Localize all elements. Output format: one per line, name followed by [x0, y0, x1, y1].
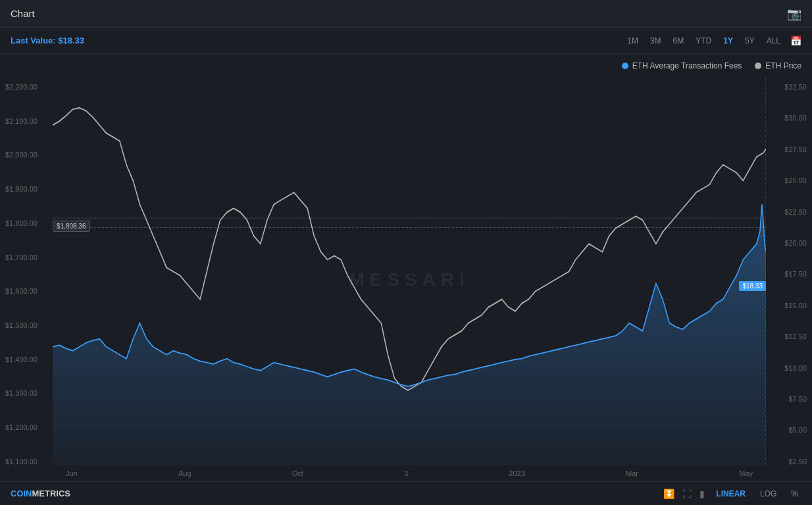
line-chart-icon[interactable]: ⏬: [663, 489, 674, 499]
percent-button[interactable]: %: [788, 488, 801, 500]
x-label-oct: Oct: [292, 469, 303, 477]
brand-suffix: METRICS: [32, 489, 71, 498]
y-left-6: $1,600.00: [5, 287, 47, 295]
legend-item-fees: ETH Average Transaction Fees: [622, 61, 742, 70]
legend-item-price: ETH Price: [755, 61, 801, 70]
time-btn-3m[interactable]: 3M: [646, 34, 666, 47]
x-label-may: May: [739, 469, 753, 477]
y-right-11: $5.00: [771, 426, 807, 434]
calendar-icon[interactable]: 📅: [790, 36, 801, 46]
chart-svg: [53, 78, 766, 465]
y-left-2: $2,000.00: [5, 151, 47, 159]
y-right-3: $25.00: [771, 176, 807, 184]
x-label-mar: Mar: [626, 469, 638, 477]
camera-icon[interactable]: 📷: [787, 7, 801, 21]
log-button[interactable]: LOG: [757, 488, 780, 500]
x-label-2023: 2023: [509, 469, 524, 477]
y-right-8: $12.50: [771, 332, 807, 340]
y-left-4: $1,800.00: [5, 219, 47, 227]
legend-label-price: ETH Price: [765, 61, 801, 70]
y-left-1: $2,100.00: [5, 117, 47, 125]
area-chart-icon[interactable]: ⛶: [682, 489, 692, 499]
svg-marker-13: [53, 204, 766, 465]
y-right-6: $17.50: [771, 270, 807, 278]
y-right-0: $32.50: [771, 83, 807, 91]
y-left-5: $1,700.00: [5, 253, 47, 261]
chart-legend: ETH Average Transaction Fees ETH Price: [0, 54, 812, 78]
y-right-2: $27.50: [771, 146, 807, 153]
svg-rect-15: [53, 218, 766, 219]
chart-area: $2,200.00 $2,100.00 $2,000.00 $1,900.00 …: [0, 78, 812, 481]
last-value-label: Last Value:: [11, 36, 56, 45]
price-reference-label: $1,808.36: [53, 221, 90, 232]
x-label-aug: Aug: [178, 469, 191, 477]
time-btn-5y[interactable]: 5Y: [740, 34, 759, 47]
y-axis-left: $2,200.00 $2,100.00 $2,000.00 $1,900.00 …: [0, 78, 53, 481]
y-right-7: $15.00: [771, 302, 807, 309]
y-left-7: $1,500.00: [5, 321, 47, 329]
x-label-3: 3: [404, 469, 408, 477]
y-left-9: $1,300.00: [5, 389, 47, 397]
time-btn-ytd[interactable]: YTD: [691, 34, 716, 47]
y-right-5: $20.00: [771, 239, 807, 247]
last-value-amount: $18.33: [58, 36, 84, 45]
main-container: Chart 📷 Last Value: $18.33 1M 3M 6M YTD …: [0, 0, 812, 505]
y-right-9: $10.00: [771, 364, 807, 372]
x-label-jun: Jun: [66, 469, 78, 477]
chart-title: Chart: [11, 8, 35, 19]
y-left-11: $1,100.00: [5, 458, 47, 465]
last-value-display: Last Value: $18.33: [11, 36, 84, 45]
time-range-buttons: 1M 3M 6M YTD 1Y 5Y ALL 📅: [622, 34, 801, 47]
footer: COINMETRICS ⏬ ⛶ ▮ LINEAR LOG %: [0, 481, 812, 505]
footer-controls: ⏬ ⛶ ▮ LINEAR LOG %: [663, 488, 801, 500]
bar-chart-icon[interactable]: ▮: [699, 489, 705, 499]
legend-dot-fees: [622, 63, 628, 69]
y-right-4: $22.50: [771, 208, 807, 216]
legend-label-fees: ETH Average Transaction Fees: [632, 61, 742, 70]
legend-dot-price: [755, 63, 761, 69]
time-btn-all[interactable]: ALL: [762, 34, 785, 47]
y-right-1: $30.00: [771, 114, 807, 122]
linear-button[interactable]: LINEAR: [713, 488, 749, 500]
y-right-12: $2.50: [771, 458, 807, 465]
x-axis: Jun Aug Oct 3 2023 Mar May: [53, 465, 766, 481]
time-btn-1m[interactable]: 1M: [622, 34, 643, 47]
time-btn-1y[interactable]: 1Y: [719, 34, 738, 47]
chart-canvas: MESSARI: [53, 78, 766, 481]
current-value-label: $18.33: [739, 281, 766, 291]
y-left-10: $1,200.00: [5, 423, 47, 431]
time-btn-6m[interactable]: 6M: [669, 34, 689, 47]
toolbar: Last Value: $18.33 1M 3M 6M YTD 1Y 5Y AL…: [0, 28, 812, 54]
y-left-3: $1,900.00: [5, 185, 47, 193]
brand-prefix: COIN: [11, 489, 32, 498]
brand-logo: COINMETRICS: [11, 489, 70, 498]
chart-header: Chart 📷: [0, 0, 812, 28]
y-left-8: $1,400.00: [5, 356, 47, 363]
y-axis-right: $32.50 $30.00 $27.50 $25.00 $22.50 $20.0…: [766, 78, 812, 481]
y-left-0: $2,200.00: [5, 83, 47, 91]
y-right-10: $7.50: [771, 395, 807, 403]
